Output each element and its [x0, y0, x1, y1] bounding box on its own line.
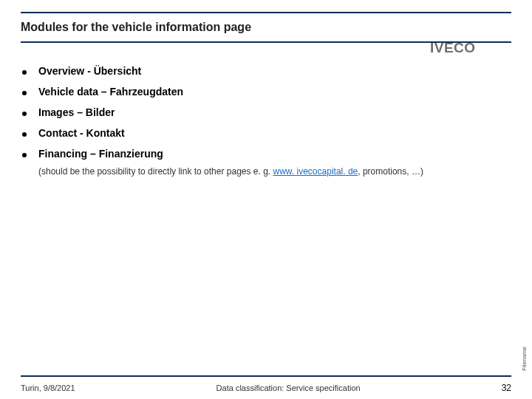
top-rule: [21, 12, 511, 13]
bullet-label: Financing – Finanzierung: [38, 148, 163, 160]
bullet-icon: [22, 91, 27, 95]
logo-text: IVECO: [430, 40, 476, 55]
sub-note-suffix: , promotions, …): [358, 166, 423, 177]
bullet-icon: [22, 153, 27, 157]
footer-rule: [21, 375, 511, 377]
slide-title: Modules for the vehicle information page: [21, 21, 251, 34]
footer-left: Turin, 9/8/2021: [21, 383, 75, 392]
bullet-icon: [22, 70, 27, 75]
list-item: Overview - Übersicht: [22, 65, 502, 77]
bullet-icon: [22, 112, 27, 116]
content-area: Overview - Übersicht Vehicle data – Fahr…: [22, 65, 502, 178]
bullet-label: Overview - Übersicht: [38, 65, 141, 77]
list-item: Contact - Kontakt: [22, 127, 502, 139]
bullet-label: Images – Bilder: [38, 106, 115, 118]
page-number: 32: [502, 383, 511, 393]
list-item: Vehicle data – Fahrzeugdaten: [22, 86, 502, 98]
iveco-logo: IVECO: [430, 38, 511, 58]
footer: Turin, 9/8/2021 Data classification: Ser…: [21, 383, 511, 393]
list-item: Financing – Finanzierung: [22, 148, 502, 160]
footer-center: Data classification: Service specificati…: [216, 383, 361, 392]
sub-note-link[interactable]: www. ivecocapital. de: [273, 166, 358, 177]
sub-note-prefix: (should be the possibility to directly l…: [38, 166, 273, 177]
filename-label: Filename: [521, 347, 528, 371]
slide: Modules for the vehicle information page…: [0, 0, 532, 399]
bullet-label: Contact - Kontakt: [38, 127, 125, 139]
list-item: Images – Bilder: [22, 106, 502, 118]
bullet-label: Vehicle data – Fahrzeugdaten: [38, 86, 183, 98]
sub-note: (should be the possibility to directly l…: [38, 166, 502, 178]
bullet-icon: [22, 132, 27, 137]
